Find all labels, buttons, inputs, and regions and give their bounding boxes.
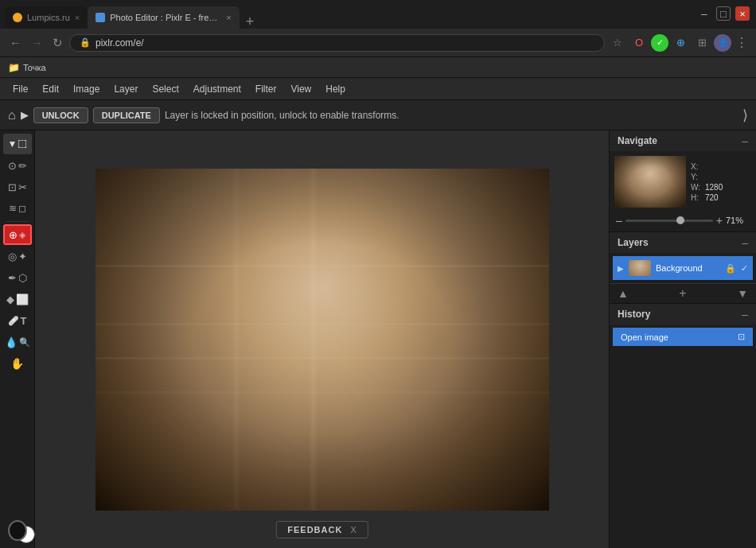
zoom-slider-track[interactable] [625, 220, 713, 222]
fill-icon: ◆ [6, 293, 14, 305]
h-label: H: [691, 193, 702, 202]
canvas-area: FEEDBACK X [35, 130, 609, 548]
tab1-label: Lumpics.ru [27, 13, 70, 22]
color-picker[interactable] [3, 516, 32, 545]
menu-layer[interactable]: Layer [107, 81, 144, 97]
menu-help[interactable]: Help [319, 81, 352, 97]
unlock-button[interactable]: UnLOcK [33, 107, 88, 123]
tab-active[interactable]: Photo Editor : Pixlr E - free imag... × [88, 6, 239, 29]
menu-adjustment[interactable]: Adjustment [187, 81, 247, 97]
menu-file[interactable]: File [6, 81, 34, 97]
eyedropper-tool[interactable]: 💧 🔍 [3, 332, 32, 352]
bookmark-folder-icon: 📁 [8, 62, 20, 73]
layers-section: Layers – ▶ Background 🔒 ✓ ▲ [610, 232, 756, 304]
navigate-header: Navigate – [610, 130, 756, 151]
warp-icon: ≋ [9, 203, 17, 214]
expand-panel-button[interactable]: ⟩ [742, 107, 748, 124]
clone-tool[interactable]: ✒ ⬡ [3, 267, 32, 288]
menu-edit[interactable]: Edit [36, 81, 65, 97]
menu-select[interactable]: Select [146, 81, 185, 97]
brush-icon: ✏ [18, 160, 27, 172]
scissors-icon: ✂ [18, 181, 27, 193]
address-text: pixlr.com/e/ [95, 37, 144, 49]
layer-item-background[interactable]: ▶ Background 🔒 ✓ [613, 256, 753, 280]
app-toolbar: ⌂ ▶ UnLOcK DUPLICATE Layer is locked in … [0, 100, 756, 130]
eraser-icon: ◻ [18, 203, 26, 214]
navigate-collapse-button[interactable]: – [742, 134, 748, 147]
layer-add-button[interactable]: + [679, 286, 686, 301]
close-button[interactable]: × [735, 6, 750, 21]
navigate-title: Navigate [618, 135, 657, 146]
tool-separator1 [6, 221, 29, 222]
browser-window: – □ × Lumpics.ru × Photo Editor : Pixlr … [0, 0, 756, 78]
history-collapse-button[interactable]: – [742, 308, 748, 321]
heal-icon: ◈ [19, 230, 25, 240]
bookmark-label[interactable]: Точка [23, 63, 46, 72]
nav-menu-button[interactable]: ⋮ [734, 35, 750, 50]
pen-icon: ⬡ [18, 272, 27, 284]
select-tool[interactable]: ▼ [3, 134, 32, 154]
zoom-in-button[interactable]: + [716, 214, 723, 227]
layers-collapse-button[interactable]: – [742, 236, 748, 249]
tab2-label: Photo Editor : Pixlr E - free imag... [110, 13, 221, 22]
layer-expand-icon: ▶ [618, 264, 624, 273]
layer-lock-icon: 🔒 [725, 263, 736, 274]
tab-bar: – □ × Lumpics.ru × Photo Editor : Pixlr … [0, 0, 756, 29]
nav-vpn-button[interactable]: ⊕ [671, 33, 690, 52]
feedback-close-button[interactable]: X [350, 525, 356, 534]
stamp-tool[interactable]: ⊕ ◈ [3, 224, 32, 245]
tab2-close-icon[interactable]: × [226, 13, 231, 22]
home-button[interactable]: ⌂ [8, 108, 16, 122]
tools-panel: ▼ ⊙ ✏ ⊡ ✂ ≋ ◻ ⊕ ◈ ◎ ✦ [0, 130, 35, 548]
feedback-bar: FEEDBACK X [275, 521, 368, 538]
back-button[interactable]: ← [6, 34, 25, 51]
zoom-out-button[interactable]: – [616, 214, 622, 227]
hand-icon: ✋ [10, 357, 24, 370]
crop-tool[interactable]: ⊡ ✂ [3, 177, 32, 197]
duplicate-button[interactable]: DUPLICATE [93, 107, 160, 123]
y-label: Y: [691, 173, 702, 181]
coord-h-row: H: 720 [691, 193, 723, 202]
history-item-open-image[interactable]: Open image ⊡ [613, 328, 753, 346]
nav-bar: ← → ↻ 🔒 pixlr.com/e/ ☆ O ✓ ⊕ ⊞ 👤 ⋮ [0, 29, 756, 57]
maximize-button[interactable]: □ [716, 6, 731, 21]
address-bar[interactable]: 🔒 pixlr.com/e/ [69, 34, 605, 52]
nav-wallet-button[interactable]: ⊞ [692, 33, 711, 52]
add-tab-button[interactable]: + [240, 14, 261, 29]
coord-x-row: X: [691, 162, 723, 171]
eyedropper-icon: 💧 [5, 336, 18, 348]
nav-opera-button[interactable]: O [629, 33, 649, 52]
warp-tool[interactable]: ≋ ◻ [3, 198, 32, 219]
user-avatar[interactable]: 👤 [714, 34, 731, 52]
foreground-color-swatch [8, 520, 27, 541]
arrow-tool-button[interactable]: ▶ [21, 109, 29, 121]
app-menubar: File Edit Image Layer Select Adjustment … [0, 78, 756, 100]
layer-move-up-button[interactable]: ▲ [618, 287, 629, 300]
forward-button[interactable]: → [28, 34, 46, 51]
w-value: 1280 [705, 183, 723, 192]
lasso-tool[interactable]: ⊙ ✏ [3, 155, 32, 176]
layer-controls: ▲ + ▼ [610, 283, 756, 303]
text-icon: T [21, 315, 27, 327]
tab1-close-icon[interactable]: × [75, 13, 80, 22]
nav-action-icons: ☆ O ✓ ⊕ ⊞ 👤 ⋮ [608, 33, 750, 52]
zoom-slider-thumb[interactable] [676, 216, 684, 224]
history-item-label: Open image [621, 332, 731, 342]
fill-tool[interactable]: ◆ ⬜ [3, 289, 32, 309]
nav-star-button[interactable]: ☆ [608, 33, 627, 52]
app-body: ▼ ⊙ ✏ ⊡ ✂ ≋ ◻ ⊕ ◈ ◎ ✦ [0, 130, 756, 548]
layer-move-down-button[interactable]: ▼ [737, 287, 748, 300]
nav-check-button[interactable]: ✓ [651, 34, 668, 52]
layer-name: Background [656, 263, 720, 273]
reload-button[interactable]: ↻ [49, 34, 66, 52]
tab-inactive[interactable]: Lumpics.ru × [5, 6, 88, 29]
dodge-icon: ◎ [8, 251, 17, 262]
hand-tool[interactable]: ✋ [3, 353, 32, 374]
dodge-tool[interactable]: ◎ ✦ [3, 246, 32, 266]
text-tool[interactable]: 🩹 T [3, 310, 32, 331]
menu-image[interactable]: Image [67, 81, 106, 97]
minimize-button[interactable]: – [697, 6, 711, 21]
menu-filter[interactable]: Filter [249, 81, 283, 97]
w-label: W: [691, 183, 702, 192]
menu-view[interactable]: View [284, 81, 318, 97]
